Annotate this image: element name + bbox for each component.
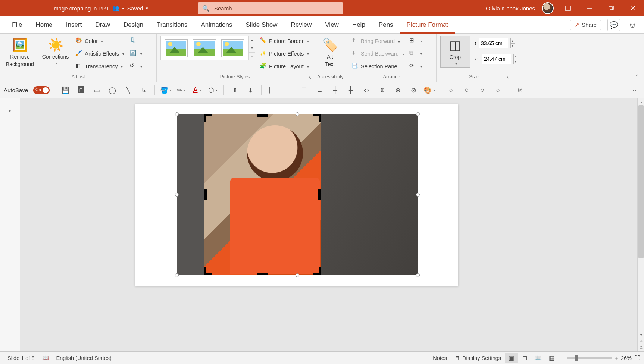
- crop-handle-bl[interactable]: [204, 267, 212, 275]
- reading-view-icon[interactable]: 📖: [532, 353, 544, 363]
- reset-picture-button[interactable]: ↺: [129, 61, 143, 72]
- align-button[interactable]: ⊞: [409, 36, 423, 46]
- zoom-percent[interactable]: 26%: [621, 355, 632, 361]
- tab-help[interactable]: Help: [346, 16, 372, 34]
- qat-send-back-icon[interactable]: ⬇: [244, 85, 257, 96]
- gallery-more-icon[interactable]: ▿: [249, 53, 255, 60]
- qat-center-horiz-icon[interactable]: ⊕: [391, 85, 404, 96]
- crop-handle-tl[interactable]: [204, 114, 212, 122]
- normal-view-icon[interactable]: ▣: [505, 353, 518, 363]
- spellcheck-button[interactable]: 📖: [38, 352, 53, 364]
- tab-design[interactable]: Design: [117, 16, 150, 34]
- minimize-button[interactable]: [582, 1, 597, 16]
- tab-insert[interactable]: Insert: [59, 16, 89, 34]
- user-avatar[interactable]: [542, 2, 554, 14]
- qat-rectangle-icon[interactable]: ▭: [90, 85, 103, 96]
- close-button[interactable]: [625, 1, 640, 16]
- selection-pane-button[interactable]: 📑Selection Pane: [351, 61, 405, 72]
- slide-sorter-icon[interactable]: ⊞: [518, 353, 531, 363]
- gallery-down-icon[interactable]: ▾: [249, 44, 255, 52]
- qat-distribute-v-icon[interactable]: ⇕: [376, 85, 388, 96]
- send-backward-button[interactable]: ⬇Send Backward: [351, 48, 405, 59]
- compress-pictures-button[interactable]: 🗜️: [129, 36, 143, 46]
- rotate-button[interactable]: ⟳: [409, 61, 423, 72]
- qat-fill-icon[interactable]: 🪣: [159, 85, 172, 96]
- share-button[interactable]: ↗ Share: [570, 20, 601, 30]
- width-field[interactable]: ↔ ▴▾: [474, 54, 518, 64]
- qat-align-left-icon[interactable]: ⎸: [266, 85, 279, 96]
- qat-line-icon[interactable]: ╲: [122, 85, 134, 96]
- crop-handle-tm[interactable]: [257, 114, 268, 117]
- tab-home[interactable]: Home: [29, 16, 59, 34]
- height-field[interactable]: ↕ ▴▾: [474, 38, 518, 48]
- selection-handle-tr[interactable]: [416, 112, 420, 116]
- artistic-effects-button[interactable]: 🖌️Artistic Effects: [75, 48, 125, 59]
- chevron-down-icon[interactable]: [401, 51, 404, 57]
- tab-pens[interactable]: Pens: [372, 16, 400, 34]
- scroll-down-icon[interactable]: ▾: [638, 331, 644, 338]
- thumbnail-panel-collapsed[interactable]: ▸: [0, 98, 20, 351]
- next-slide-icon[interactable]: ≚: [638, 345, 644, 351]
- crop-handle-br[interactable]: [313, 267, 321, 275]
- language-button[interactable]: English (United States): [53, 352, 115, 364]
- selection-handle-br[interactable]: [416, 273, 420, 277]
- tab-file[interactable]: File: [5, 16, 29, 34]
- qat-save-icon[interactable]: 💾: [59, 85, 72, 96]
- bring-forward-button[interactable]: ⬆Bring Forward: [351, 36, 405, 46]
- selection-handle-tm[interactable]: [296, 112, 299, 116]
- save-state-dropdown-icon[interactable]: ▾: [146, 6, 148, 11]
- style-thumb-2[interactable]: [193, 39, 216, 57]
- crop-handle-bm[interactable]: [257, 273, 268, 275]
- zoom-in-icon[interactable]: +: [615, 355, 618, 361]
- qat-palette-icon[interactable]: 🎨: [423, 85, 435, 96]
- tab-review[interactable]: Review: [284, 16, 319, 34]
- selection-handle-bl[interactable]: [175, 273, 179, 277]
- qat-distribute-h-icon[interactable]: ⇔: [360, 85, 373, 96]
- crop-handle-mr[interactable]: [318, 189, 321, 200]
- crop-button[interactable]: ◫ Crop: [440, 36, 470, 68]
- style-thumb-3[interactable]: [221, 39, 244, 57]
- width-down-icon[interactable]: ▾: [513, 59, 518, 64]
- size-launcher-icon[interactable]: ⤡: [506, 75, 510, 80]
- chevron-down-icon[interactable]: [397, 38, 400, 44]
- search-box[interactable]: 🔍 Search: [198, 2, 343, 14]
- styles-launcher-icon[interactable]: ⤡: [308, 75, 312, 80]
- zoom-slider[interactable]: [567, 357, 612, 359]
- slide-counter[interactable]: Slide 1 of 8: [4, 352, 38, 364]
- qat-arrow-icon[interactable]: ↳: [137, 85, 150, 96]
- selection-handle-tl[interactable]: [175, 112, 179, 116]
- qat-align-right-icon[interactable]: ⎹: [282, 85, 294, 96]
- qat-circle1-icon[interactable]: ○: [445, 85, 457, 96]
- group-button[interactable]: ⧉: [409, 48, 423, 59]
- qat-outline-icon[interactable]: ✏: [175, 85, 188, 96]
- corrections-button[interactable]: ☀️ Corrections: [40, 36, 71, 67]
- fit-to-window-icon[interactable]: ⛶: [635, 355, 640, 361]
- tab-draw[interactable]: Draw: [88, 16, 117, 34]
- qat-align-middle-icon[interactable]: ╋: [344, 85, 357, 96]
- scroll-up-icon[interactable]: ▴: [638, 98, 644, 105]
- qat-align-center-icon[interactable]: ┿: [329, 85, 341, 96]
- qat-oval-icon[interactable]: ◯: [106, 85, 119, 96]
- picture-effects-button[interactable]: ✨Picture Effects: [259, 48, 310, 59]
- qat-align-bottom-icon[interactable]: ⎽: [313, 85, 326, 96]
- change-picture-button[interactable]: 🔄: [129, 48, 143, 59]
- transparency-button[interactable]: ◧Transparency: [75, 61, 125, 72]
- slideshow-view-icon[interactable]: ▦: [545, 353, 558, 363]
- qat-bring-front-icon[interactable]: ⬆: [228, 85, 241, 96]
- collapse-ribbon-icon[interactable]: ⌃: [635, 73, 640, 79]
- tab-slideshow[interactable]: Slide Show: [239, 16, 284, 34]
- vertical-scrollbar[interactable]: ▴ ▾ ≙ ≚: [637, 98, 644, 351]
- height-input[interactable]: [479, 38, 508, 48]
- width-input[interactable]: [482, 54, 511, 64]
- selection-handle-mr[interactable]: [416, 193, 420, 197]
- qat-align-slide-icon[interactable]: ⎚: [514, 85, 526, 96]
- selected-picture[interactable]: [177, 114, 418, 275]
- comments-button[interactable]: 💬: [607, 19, 620, 31]
- qat-textbox-icon[interactable]: 🅰: [75, 85, 87, 96]
- autosave-toggle[interactable]: On: [33, 86, 50, 94]
- selection-handle-bm[interactable]: [296, 273, 299, 277]
- scrollbar-thumb[interactable]: [638, 105, 644, 258]
- height-down-icon[interactable]: ▾: [510, 43, 515, 48]
- selection-handle-ml[interactable]: [175, 193, 179, 197]
- style-thumb-1[interactable]: [165, 39, 188, 57]
